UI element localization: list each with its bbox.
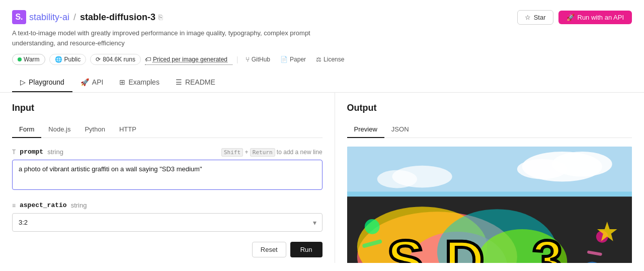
sub-tab-python[interactable]: Python <box>77 121 112 138</box>
badge-row: Warm 🌐 Public ⟳ 804.6K runs 🏷 Priced per… <box>12 54 632 71</box>
license-link[interactable]: ⚖ License <box>313 54 347 64</box>
main-tabs: ▷ Playground 🚀 API ⊞ Examples ☰ README <box>12 73 632 92</box>
reset-button[interactable]: Reset <box>252 242 286 257</box>
aspect-ratio-label-name: aspect_ratio <box>20 201 67 209</box>
prompt-field-hint: Shift + Return to add a new line <box>221 149 323 156</box>
aspect-ratio-label: ≡ aspect_ratio string <box>12 201 323 209</box>
input-sub-tabs: Form Node.js Python HTTP <box>12 121 323 138</box>
sub-tab-http[interactable]: HTTP <box>112 121 143 138</box>
paper-icon: 📄 <box>280 56 288 63</box>
output-tab-preview[interactable]: Preview <box>347 121 384 138</box>
tab-examples[interactable]: ⊞ Examples <box>111 73 167 92</box>
org-logo: S. <box>12 10 26 24</box>
play-icon: ▷ <box>20 78 26 86</box>
main-content: Input Form Node.js Python HTTP T prompt … <box>0 93 644 263</box>
run-button[interactable]: Run <box>290 242 323 257</box>
output-title: Output <box>347 103 632 113</box>
title-slash: / <box>73 12 76 23</box>
repo-name: stable-diffusion-3 <box>80 12 155 23</box>
svg-point-17 <box>364 219 379 234</box>
paper-link[interactable]: 📄 Paper <box>277 54 309 64</box>
tab-playground[interactable]: ▷ Playground <box>12 73 72 92</box>
org-name-link[interactable]: stability-ai <box>29 12 69 23</box>
aspect-ratio-select[interactable]: 1:1 3:2 4:3 16:9 9:16 2:3 <box>12 213 323 232</box>
tag-icon: 🏷 <box>145 56 151 63</box>
svg-text:S: S <box>387 229 424 263</box>
prompt-label-name: prompt <box>20 148 43 156</box>
warm-dot <box>18 57 22 61</box>
output-sub-tabs: Preview JSON <box>347 121 632 138</box>
license-icon: ⚖ <box>316 56 321 63</box>
repo-description: A text-to-image model with greatly impro… <box>12 28 314 48</box>
warm-badge: Warm <box>12 54 45 65</box>
input-title: Input <box>12 103 323 113</box>
input-actions: Reset Run <box>12 242 323 257</box>
copy-icon[interactable]: ⎘ <box>158 13 163 21</box>
text-type-icon: T <box>12 149 16 156</box>
svg-point-6 <box>377 170 417 188</box>
aspect-ratio-field-group: ≡ aspect_ratio string 1:1 3:2 4:3 16:9 9… <box>12 201 323 232</box>
output-tab-json[interactable]: JSON <box>384 121 416 138</box>
runs-icon: ⟳ <box>96 56 101 63</box>
return-key: Return <box>250 148 275 157</box>
github-link[interactable]: ⑂ GitHub <box>243 54 273 65</box>
prompt-input[interactable]: a photo of vibrant artistic graffiti on … <box>12 160 323 190</box>
globe-icon: 🌐 <box>55 56 62 63</box>
runs-badge: ⟳ 804.6K runs <box>90 54 141 65</box>
svg-text:3: 3 <box>532 229 562 263</box>
rocket-icon: 🚀 <box>567 14 575 21</box>
tab-readme[interactable]: ☰ README <box>168 73 223 92</box>
output-image: S D 3 <box>347 146 632 263</box>
examples-icon: ⊞ <box>119 78 125 86</box>
prompt-field-label: T prompt string Shift + Return to add a … <box>12 148 323 156</box>
shift-key: Shift <box>221 148 243 157</box>
prompt-label-type: string <box>47 148 63 156</box>
tab-api[interactable]: 🚀 API <box>72 73 112 92</box>
run-api-button[interactable]: 🚀 Run with an API <box>558 11 632 24</box>
prompt-field-group: T prompt string Shift + Return to add a … <box>12 148 323 191</box>
aspect-ratio-select-wrapper: 1:1 3:2 4:3 16:9 9:16 2:3 ▾ <box>12 213 323 232</box>
star-button[interactable]: ☆ Star <box>517 10 553 25</box>
input-panel: Input Form Node.js Python HTTP T prompt … <box>0 93 335 263</box>
priced-badge[interactable]: 🏷 Priced per image generated <box>145 54 232 65</box>
star-icon: ☆ <box>525 14 531 21</box>
menu-icon: ≡ <box>12 202 16 209</box>
svg-text:D: D <box>444 229 484 263</box>
aspect-ratio-label-type: string <box>71 201 87 209</box>
svg-point-4 <box>517 159 567 179</box>
output-image-container: S D 3 <box>347 146 632 263</box>
public-badge: 🌐 Public <box>49 54 87 65</box>
api-icon: 🚀 <box>80 78 89 86</box>
output-panel: Output Preview JSON <box>335 93 644 263</box>
readme-icon: ☰ <box>176 78 182 86</box>
sub-tab-nodejs[interactable]: Node.js <box>41 121 77 138</box>
sub-tab-form[interactable]: Form <box>12 121 41 138</box>
github-icon: ⑂ <box>246 55 250 63</box>
